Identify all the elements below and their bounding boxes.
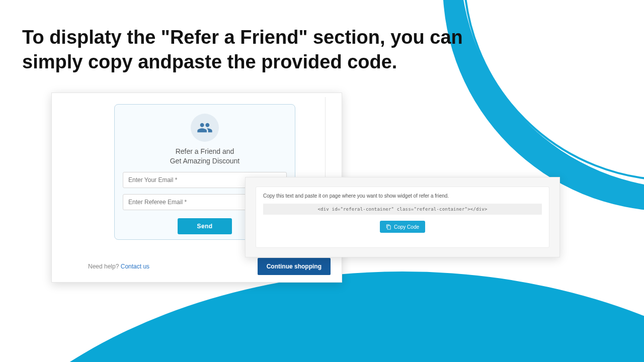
refer-title-line1: Refer a Friend and (176, 147, 234, 155)
contact-us-link[interactable]: Contact us (121, 263, 149, 270)
slide-stage: To displaty the "Refer a Friend" section… (0, 0, 644, 362)
headline-text: To displaty the "Refer a Friend" section… (22, 25, 505, 74)
refer-title-line2: Get Amazing Discount (170, 157, 240, 165)
send-button[interactable]: Send (178, 218, 232, 234)
code-snippet[interactable]: <div id="referal-container" class="refer… (263, 204, 542, 215)
copy-code-button[interactable]: Copy Code (380, 221, 425, 233)
copy-code-label: Copy Code (394, 224, 419, 230)
copy-icon (386, 224, 391, 230)
your-email-placeholder: Enter Your Email * (128, 176, 177, 184)
continue-shopping-button[interactable]: Continue shopping (258, 258, 331, 275)
users-icon (191, 114, 219, 142)
continue-shopping-label: Continue shopping (267, 263, 321, 270)
help-prefix: Need help? (88, 263, 121, 270)
code-instruction: Copy this text and paste it on page wher… (263, 193, 542, 199)
refer-title: Refer a Friend and Get Amazing Discount (123, 147, 287, 166)
code-panel: Copy this text and paste it on page wher… (245, 177, 560, 257)
referee-email-placeholder: Enter Referee Email * (128, 199, 187, 206)
help-text: Need help? Contact us (88, 263, 149, 270)
code-card: Copy this text and paste it on page wher… (256, 187, 549, 248)
send-button-label: Send (197, 223, 213, 230)
